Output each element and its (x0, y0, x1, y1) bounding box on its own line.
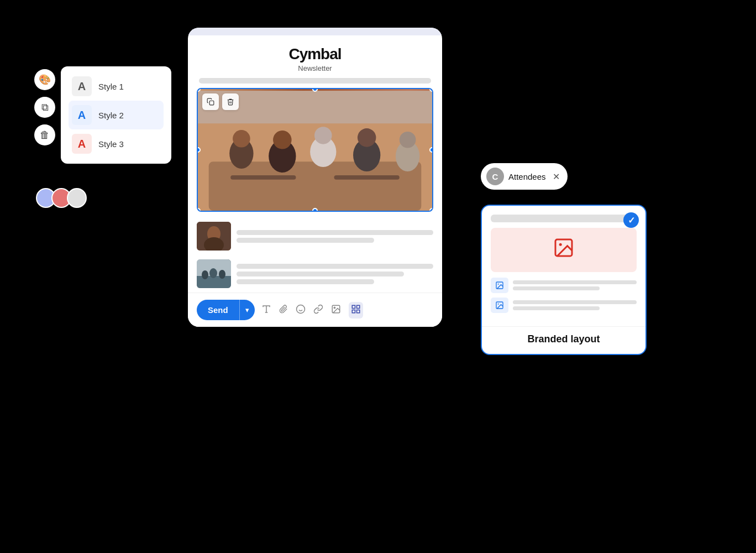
style-badge-1: A (72, 76, 92, 96)
line-2a (237, 264, 433, 269)
resize-handle-mr[interactable] (429, 147, 433, 153)
send-dropdown-button[interactable]: ▾ (239, 300, 255, 320)
svg-rect-32 (352, 310, 355, 312)
svg-point-28 (334, 307, 335, 308)
palette-icon-button[interactable]: 🎨 (34, 69, 55, 90)
bc-small-img-2 (491, 298, 508, 313)
email-subtitle: Newsletter (199, 64, 431, 72)
style-badge-2: A (72, 105, 92, 125)
thumb-image-2 (197, 259, 231, 288)
content-row-1 (188, 217, 442, 255)
bc-line-2a (513, 300, 637, 304)
svg-rect-0 (209, 101, 214, 105)
svg-point-38 (498, 304, 499, 305)
left-toolbar: 🎨 ⧉ 🗑 (34, 69, 55, 145)
image-actions (202, 93, 239, 110)
style-item-1[interactable]: A Style 1 (69, 72, 164, 101)
email-bottom-toolbar: Send ▾ (188, 293, 442, 327)
svg-rect-31 (356, 310, 359, 312)
color-swatches (36, 188, 87, 208)
svg-rect-30 (356, 305, 359, 308)
emoji-icon[interactable] (296, 304, 306, 316)
svg-point-34 (559, 243, 562, 246)
layout-icon[interactable] (349, 302, 363, 319)
thumb-svg-1 (197, 222, 231, 251)
email-top-bar (188, 28, 442, 35)
svg-rect-3 (209, 161, 422, 211)
bc-line-1b (513, 286, 600, 290)
svg-point-24 (296, 305, 305, 313)
bottom-icons (261, 302, 363, 319)
thumb-lines-1 (237, 230, 433, 243)
link-icon[interactable] (313, 304, 323, 316)
svg-point-7 (273, 131, 292, 149)
branded-layout-card[interactable]: ✓ (481, 205, 647, 355)
style-label-2: Style 2 (98, 111, 124, 120)
bc-small-img-1 (491, 278, 508, 293)
style-label-3: Style 3 (98, 139, 124, 149)
svg-point-9 (314, 127, 332, 144)
thumb-image-1 (197, 222, 231, 251)
svg-point-5 (233, 130, 250, 148)
attendees-chip: C Attendees ✕ (481, 163, 568, 190)
style-item-2[interactable]: A Style 2 (69, 101, 164, 129)
style-label-1: Style 1 (98, 82, 124, 91)
image-icon[interactable] (331, 304, 341, 316)
branded-card-inner: ✓ (482, 206, 645, 326)
bc-image-icon (553, 237, 575, 263)
resize-handle-tr[interactable] (429, 88, 433, 92)
bc-small-row-1 (491, 278, 637, 293)
svg-point-22 (209, 268, 217, 278)
resize-handle-bm[interactable] (312, 208, 318, 212)
attendee-close-button[interactable]: ✕ (553, 171, 560, 182)
delete-icon-button[interactable]: 🗑 (34, 124, 55, 145)
bc-big-image (491, 228, 637, 272)
email-card: Cymbal Newsletter (188, 28, 442, 327)
swatch-light[interactable] (67, 188, 87, 208)
bc-lines-1 (513, 280, 637, 290)
attendee-label: Attendees (508, 172, 546, 181)
content-row-2 (188, 255, 442, 293)
bc-lines-2 (513, 300, 637, 310)
svg-point-21 (202, 270, 208, 279)
bc-line-1a (513, 280, 637, 284)
bc-small-row-2 (491, 298, 637, 313)
svg-rect-15 (334, 175, 400, 180)
svg-point-13 (400, 132, 416, 148)
bc-top-bar (491, 215, 637, 222)
email-header: Cymbal Newsletter (188, 35, 442, 78)
svg-point-11 (358, 128, 376, 147)
svg-point-36 (498, 284, 499, 285)
branded-checkmark: ✓ (623, 212, 639, 228)
line-1b (237, 238, 374, 243)
email-logo: Cymbal (199, 45, 431, 63)
thumb-svg-2 (197, 259, 231, 288)
style-badge-3: A (72, 134, 92, 154)
style-item-3[interactable]: A Style 3 (69, 129, 164, 158)
bc-line-2b (513, 306, 600, 310)
copy-icon-button[interactable]: ⧉ (34, 97, 55, 118)
image-copy-button[interactable] (202, 93, 219, 110)
attendee-avatar: C (486, 168, 504, 185)
line-1a (237, 230, 433, 235)
svg-rect-14 (230, 175, 296, 180)
logo-text: Cymbal (288, 45, 341, 62)
line-2c (237, 279, 374, 284)
attach-icon[interactable] (279, 304, 288, 316)
email-image-block[interactable] (197, 88, 433, 212)
format-text-icon[interactable] (261, 304, 271, 316)
branded-layout-title: Branded layout (482, 326, 645, 354)
resize-handle-br[interactable] (429, 208, 433, 212)
style-picker-panel: A Style 1 A Style 2 A Style 3 (61, 66, 171, 164)
resize-handle-bl[interactable] (197, 208, 201, 212)
email-to-bar (199, 78, 431, 84)
line-2b (237, 272, 404, 276)
svg-rect-29 (352, 305, 355, 308)
send-button-group: Send ▾ (197, 300, 255, 320)
scene: 🎨 ⧉ 🗑 A Style 1 A Style 2 A Style 3 Cymb… (0, 0, 756, 553)
image-delete-button[interactable] (222, 93, 239, 110)
send-main-button[interactable]: Send (197, 300, 239, 320)
thumb-lines-2 (237, 264, 433, 284)
svg-point-23 (219, 270, 225, 279)
